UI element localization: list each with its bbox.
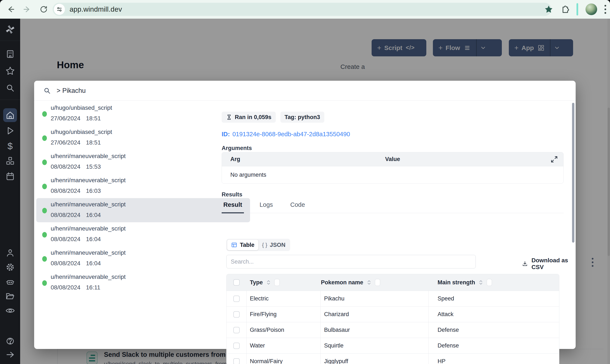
run-list-item[interactable]: u/henri/maneuverable_script 08/08/202416… <box>36 271 250 295</box>
modal-scrollbar[interactable] <box>572 103 574 243</box>
success-dot-icon <box>42 135 47 141</box>
search-icon <box>43 87 51 95</box>
toggle-json[interactable]: { } JSON <box>258 240 289 250</box>
row-checkbox[interactable] <box>233 327 240 333</box>
schedules-calendar-icon[interactable] <box>0 171 20 181</box>
arguments-heading: Arguments <box>222 145 252 152</box>
url-text: app.windmill.dev <box>69 5 122 13</box>
run-list-item[interactable]: u/henri/maneuverable_script 08/08/202416… <box>36 174 250 198</box>
results-search-input[interactable] <box>231 259 464 265</box>
audit-eye-icon[interactable] <box>0 306 20 315</box>
table-row[interactable]: Fire/Flying Charizard Attack <box>227 306 559 322</box>
back-icon[interactable] <box>4 2 17 16</box>
home-icon[interactable] <box>0 110 20 120</box>
duration-badge: Ran in 0,059s <box>222 112 276 123</box>
run-detail-panel: Ran in 0,059s Tag: python3 ID:0191324e-8… <box>222 101 576 349</box>
column-filter[interactable] <box>274 279 280 286</box>
favorites-star-icon[interactable] <box>0 66 20 76</box>
run-list-item[interactable]: u/henri/maneuverable_script 08/08/202416… <box>36 247 250 271</box>
modal-search-input[interactable] <box>57 87 438 94</box>
resources-cubes-icon[interactable] <box>0 156 20 166</box>
extensions-icon[interactable] <box>560 5 569 14</box>
app-sidebar: $ <box>0 19 20 364</box>
arguments-table: Arg Value No arguments <box>222 152 564 183</box>
run-list-item[interactable]: u/hugo/unbiased_script 27/06/202418:51 <box>36 102 250 126</box>
modal-search-row <box>34 81 576 101</box>
sort-icon[interactable] <box>478 280 484 285</box>
runs-list: u/hugo/unbiased_script 27/06/202418:51 u… <box>36 102 250 295</box>
table-row[interactable]: Grass/Poison Bulbasaur Defense <box>227 322 559 338</box>
sort-icon[interactable] <box>366 280 372 285</box>
toggle-table[interactable]: Table <box>227 240 258 250</box>
table-icon <box>231 242 237 248</box>
download-icon <box>522 260 528 267</box>
profile-avatar[interactable] <box>585 3 597 15</box>
result-table: Type Pokemon name Main strength <box>226 274 559 364</box>
search-icon[interactable] <box>0 83 20 93</box>
tab-result[interactable]: Result <box>222 201 244 213</box>
table-row[interactable]: Electric Pikachu Speed <box>227 291 559 306</box>
help-icon[interactable] <box>0 336 20 346</box>
row-checkbox[interactable] <box>233 311 240 318</box>
browser-toolbar: app.windmill.dev <box>0 0 610 19</box>
results-tabs: Result Logs Code <box>222 201 564 213</box>
address-bar[interactable]: app.windmill.dev <box>53 3 552 16</box>
folders-icon[interactable] <box>0 291 20 301</box>
run-search-modal: u/hugo/unbiased_script 27/06/202418:51 u… <box>34 81 576 349</box>
success-dot-icon <box>42 232 47 237</box>
result-table-header: Type Pokemon name Main strength <box>227 274 559 291</box>
tag-badge: Tag: python3 <box>280 112 324 123</box>
hourglass-icon <box>226 114 232 120</box>
success-dot-icon <box>42 184 47 189</box>
expand-sidebar-arrow-icon[interactable] <box>0 350 20 360</box>
run-id-link[interactable]: ID:0191324e-8068-9edb-ab47-2d8a13550490 <box>222 131 350 138</box>
no-arguments-text: No arguments <box>230 172 266 178</box>
run-list-item[interactable]: u/henri/maneuverable_script 08/08/202416… <box>36 222 250 247</box>
row-checkbox[interactable] <box>233 343 240 349</box>
select-all-checkbox[interactable] <box>233 279 240 286</box>
sort-icon[interactable] <box>266 280 271 285</box>
results-menu-icon[interactable] <box>592 258 594 267</box>
row-checkbox[interactable] <box>233 296 240 302</box>
results-search-box <box>226 255 476 268</box>
run-list-item[interactable]: u/hugo/unbiased_script 27/06/202418:51 <box>36 126 250 150</box>
view-toggle: Table { } JSON <box>226 239 290 251</box>
tab-code[interactable]: Code <box>289 201 307 213</box>
windmill-logo-icon[interactable] <box>0 25 20 34</box>
settings-gear-icon[interactable] <box>0 262 20 272</box>
column-filter[interactable] <box>375 279 380 286</box>
row-checkbox[interactable] <box>233 358 240 364</box>
bookmark-star-icon[interactable] <box>544 5 553 14</box>
workers-robot-icon[interactable] <box>0 277 20 287</box>
download-csv-button[interactable]: Download as CSV <box>522 257 576 271</box>
runs-play-icon[interactable] <box>0 126 20 136</box>
forward-icon[interactable] <box>20 2 34 16</box>
success-dot-icon <box>42 159 47 165</box>
column-filter[interactable] <box>487 279 492 286</box>
success-dot-icon <box>42 208 47 213</box>
tab-logs[interactable]: Logs <box>258 201 275 213</box>
variables-dollar-icon[interactable]: $ <box>0 142 20 151</box>
run-list-item[interactable]: u/henri/maneuverable_script 08/08/202415… <box>36 150 250 174</box>
success-dot-icon <box>42 280 47 286</box>
success-dot-icon <box>42 256 47 262</box>
braces-icon: { } <box>262 242 268 248</box>
results-heading: Results <box>222 191 243 198</box>
users-person-icon[interactable] <box>0 248 20 258</box>
browser-menu-icon[interactable] <box>605 5 606 14</box>
table-row[interactable]: Water Squirtle Defense <box>227 338 559 353</box>
workspace-building-icon[interactable] <box>0 49 20 59</box>
success-dot-icon <box>42 111 47 117</box>
reload-icon[interactable] <box>37 2 51 16</box>
table-row[interactable]: Normal/Fairy Jigglypuff HP <box>227 353 559 364</box>
run-list-item-selected[interactable]: u/henri/maneuverable_script 08/08/202416… <box>36 198 250 222</box>
screen: app.windmill.dev <box>0 0 610 364</box>
site-settings-icon[interactable] <box>54 4 65 15</box>
toolbar-divider <box>576 3 578 15</box>
expand-icon[interactable] <box>550 155 558 165</box>
